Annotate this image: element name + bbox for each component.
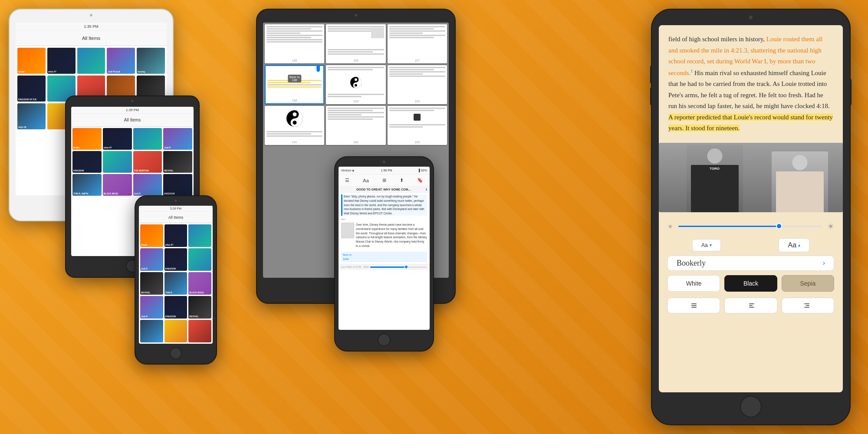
book-cover[interactable]: KINGDOM <box>164 248 187 271</box>
book-cover[interactable]: THE MARTIAN <box>133 151 162 173</box>
book-cover[interactable]: what if? <box>47 48 76 74</box>
book-cover[interactable] <box>188 248 211 271</box>
book-cover[interactable] <box>188 224 211 247</box>
font-size-controls: Aa ▾ Aa ▴ <box>659 237 843 256</box>
ipad-pdf-camera <box>355 14 357 16</box>
pdf-page-157[interactable]: 157 <box>388 24 447 63</box>
iphone-ereader: field of high school milers in history, … <box>651 9 851 425</box>
theme-black-button[interactable]: Black <box>724 275 777 292</box>
book-cover[interactable] <box>133 128 162 150</box>
progress-thumb[interactable] <box>404 265 408 269</box>
left-section: 1:35 PM All Items kindle what if? Jodi P… <box>9 9 239 425</box>
font-small-label: Aa <box>701 242 708 248</box>
font-chevron-icon: › <box>823 259 825 267</box>
theme-selector: White Black Sepia <box>659 271 843 296</box>
menu-icon[interactable]: ☰ <box>345 178 349 183</box>
iphone-right-home-button[interactable] <box>740 396 762 418</box>
right-section: field of high school milers in history, … <box>642 9 859 425</box>
book-cover[interactable]: Jodi P. <box>163 128 192 150</box>
book-cover[interactable]: what if? <box>164 224 187 247</box>
book-cover[interactable]: KINGDOM OF ICE <box>17 76 46 102</box>
pdf-page-155[interactable]: 155 <box>265 24 324 63</box>
progress-track[interactable] <box>370 266 427 268</box>
pdf-page-163[interactable]: 163 <box>388 106 447 145</box>
book-cover[interactable]: KINGDOM <box>164 296 187 319</box>
book-cover[interactable]: Jodi Picoult <box>107 48 135 74</box>
book-cover[interactable] <box>140 320 163 342</box>
book-thumbnail <box>341 223 354 238</box>
theme-sepia-button[interactable]: Sepia <box>782 275 834 292</box>
book-cover[interactable] <box>188 320 211 342</box>
book-cover[interactable] <box>164 320 187 342</box>
book-cover[interactable]: REVIVAL <box>140 272 163 295</box>
book-cover[interactable]: Jodi P. <box>140 296 163 319</box>
reading-book-title: GOOD TO GREAT: WHY SOME COM... ℹ <box>339 187 430 193</box>
reading-highlighted-passage: them "dirty, phony places, run by tough-… <box>341 194 427 216</box>
ipad-white-toolbar: All Items <box>16 30 167 46</box>
font-increase-button[interactable]: Aa ▴ <box>779 238 809 252</box>
book-cover[interactable]: TOM R. <box>164 272 187 295</box>
reading-back-label: Back to1899 <box>341 252 427 262</box>
iphone-dark-left: 5:26 PM All Items kindle what if? Jodi P… <box>135 195 217 365</box>
progress-fill <box>370 266 404 268</box>
book-cover[interactable]: kindle <box>72 128 102 150</box>
ereader-text-content: field of high school milers in history, … <box>659 25 843 138</box>
svg-point-5 <box>293 121 296 125</box>
book-cover[interactable]: kindle <box>17 48 46 74</box>
book-cover[interactable]: leaving <box>137 48 165 74</box>
reading-text-with-thumbnail: Over time, Disney theme parks have becom… <box>341 223 427 250</box>
book-cover[interactable]: AGE OF <box>17 103 46 129</box>
pdf-page-162[interactable]: 162 <box>326 106 385 145</box>
ipad-dark-book-grid: kindle what if? Jodi P. KINGDOM THE MART… <box>71 127 194 197</box>
pdf-page-158-active[interactable]: Back to188 158 <box>265 65 324 104</box>
layout-justified-button[interactable] <box>667 298 720 313</box>
pages-icon[interactable]: ⊞ <box>382 178 386 183</box>
bookmark-icon[interactable]: 🔖 <box>417 178 423 183</box>
book-cover[interactable]: KINGDOM <box>72 151 102 173</box>
book-cover[interactable]: BLACK MASS <box>188 272 211 295</box>
pdf-page-161[interactable]: 161 <box>265 106 324 145</box>
book-cover[interactable]: kindle <box>140 224 163 247</box>
brightness-low-icon: ☀ <box>667 223 673 230</box>
book-cover[interactable] <box>77 48 105 74</box>
iphone-right-volume-up[interactable] <box>650 66 652 83</box>
iphone-reading-camera <box>383 161 385 163</box>
pdf-page-159[interactable]: 159 <box>326 65 385 104</box>
brightness-thumb[interactable] <box>776 223 782 229</box>
reading-inline-photo: TORO <box>659 143 843 212</box>
book-cover[interactable]: BLACK MASS <box>103 174 132 196</box>
reading-content-area: them "dirty, phony places, run by tough-… <box>339 193 430 264</box>
book-cover[interactable]: TOM R. SMITH <box>72 174 102 196</box>
ipad-dark-camera <box>132 100 134 102</box>
iphone-left-screen: 5:26 PM All Items kindle what if? Jodi P… <box>139 206 213 344</box>
font-increase-arrow-icon: ▴ <box>798 243 800 247</box>
book-cover[interactable]: REVIVAL <box>163 151 192 173</box>
iphone-left-book-grid: kindle what if? Jodi P. KINGDOM REVIVAL … <box>139 223 213 344</box>
pdf-page-160[interactable]: 160 <box>388 65 447 104</box>
brightness-slider[interactable] <box>678 226 822 227</box>
book-cover[interactable]: what if? <box>103 128 132 150</box>
layout-left-button[interactable] <box>724 298 777 313</box>
font-selector[interactable]: Bookerly › <box>667 256 834 271</box>
pdf-page-156[interactable]: 156 <box>326 24 385 63</box>
iphone-left-home-button[interactable] <box>170 347 182 359</box>
iphone-reading-status: Verizon ◈ 1:58 PM ▌83% <box>339 167 430 174</box>
ipad-white-status-bar: 1:35 PM <box>16 23 167 30</box>
font-settings-icon[interactable]: Aa <box>363 178 368 183</box>
photo-person-right <box>772 151 828 212</box>
iphone-reading-home-button[interactable] <box>378 333 391 346</box>
book-cover[interactable] <box>103 151 132 173</box>
middle-section: 155 156 <box>247 9 464 425</box>
book-cover[interactable]: Jodi P. <box>133 174 162 196</box>
iphone-right-side-button[interactable] <box>850 79 852 105</box>
font-decrease-button[interactable]: Aa ▾ <box>692 239 721 251</box>
svg-point-4 <box>293 112 296 116</box>
layout-right-button[interactable] <box>782 298 834 313</box>
book-cover[interactable]: KINGDOM <box>163 174 192 196</box>
book-cover[interactable]: Jodi P. <box>140 248 163 271</box>
theme-white-button[interactable]: White <box>667 275 720 292</box>
share-icon[interactable]: ⬆ <box>400 178 404 183</box>
iphone-right-volume-down[interactable] <box>650 88 652 105</box>
book-cover[interactable]: REVIVAL <box>188 296 211 319</box>
iphone-reading-toolbar[interactable]: ☰ Aa ⊞ ⬆ 🔖 <box>339 174 430 187</box>
